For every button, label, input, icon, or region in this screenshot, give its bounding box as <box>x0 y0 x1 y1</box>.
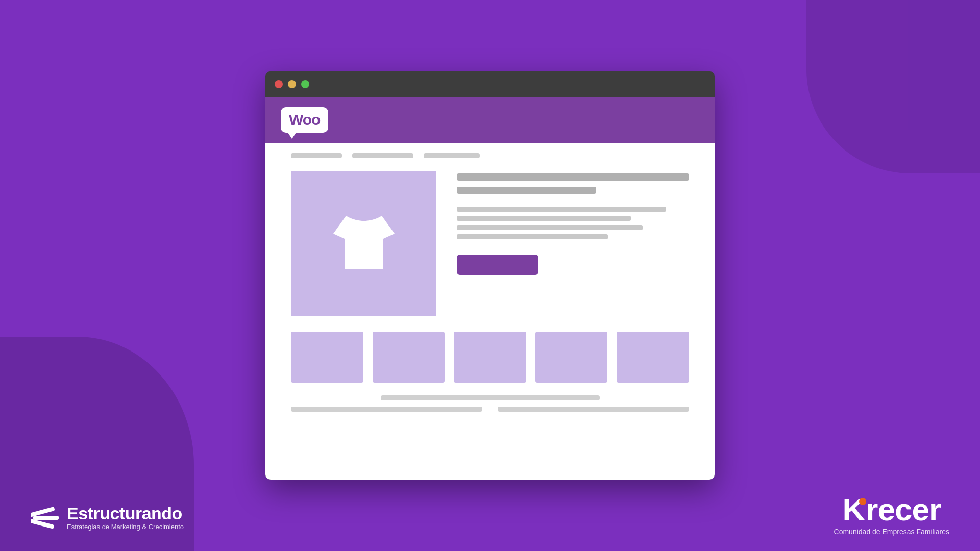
woo-logo-text: Woo <box>289 111 320 128</box>
bg-shape-right <box>806 0 980 173</box>
krecer-k-letter: K <box>843 494 865 525</box>
product-card[interactable] <box>617 332 689 383</box>
nav-item[interactable] <box>352 153 413 158</box>
svg-rect-1 <box>33 516 59 520</box>
nav-bar <box>291 153 689 158</box>
svg-rect-0 <box>31 507 55 517</box>
browser-titlebar <box>265 71 715 97</box>
footer-bar <box>381 395 600 400</box>
product-section <box>291 171 689 316</box>
woo-speech-bubble: Woo <box>281 107 328 133</box>
desc-line <box>457 216 631 221</box>
krecer-rest: recer <box>866 494 941 525</box>
krecer-tagline: Comunidad de Empresas Familiares <box>834 528 949 536</box>
woo-logo: Woo <box>281 107 328 133</box>
product-desc-lines <box>457 207 689 239</box>
browser-window: Woo <box>265 71 715 480</box>
krecer-name: K recer <box>843 494 941 525</box>
estructurando-logo: Estructurando Estrategias de Marketing &… <box>31 504 184 531</box>
product-title-bar <box>457 173 689 181</box>
logo-text-group: Estructurando Estrategias de Marketing &… <box>67 504 184 531</box>
product-image <box>291 171 436 316</box>
footer-col-bar <box>291 407 482 412</box>
traffic-light-green[interactable] <box>301 80 309 88</box>
traffic-light-yellow[interactable] <box>288 80 296 88</box>
estructurando-icon <box>31 506 59 529</box>
traffic-light-red[interactable] <box>275 80 283 88</box>
product-card[interactable] <box>454 332 526 383</box>
nav-item[interactable] <box>291 153 342 158</box>
logo-title: Estructurando <box>67 504 184 523</box>
product-subtitle-bar <box>457 187 596 194</box>
product-card[interactable] <box>535 332 608 383</box>
desc-line <box>457 207 666 212</box>
footer-col-bar <box>498 407 689 412</box>
krecer-logo: K recer Comunidad de Empresas Familiares <box>834 494 949 536</box>
product-card[interactable] <box>291 332 363 383</box>
desc-line <box>457 234 608 239</box>
nav-item[interactable] <box>424 153 480 158</box>
product-card[interactable] <box>373 332 445 383</box>
footer-two-col <box>291 407 689 412</box>
related-products <box>291 332 689 383</box>
desc-line <box>457 225 643 230</box>
tshirt-icon <box>328 211 400 277</box>
svg-rect-2 <box>31 518 55 529</box>
woo-header: Woo <box>265 97 715 143</box>
krecer-dot <box>859 498 866 505</box>
logo-subtitle: Estrategias de Marketing & Crecimiento <box>67 523 184 531</box>
product-details <box>457 171 689 316</box>
website-content <box>265 143 715 480</box>
add-to-cart-button[interactable] <box>457 255 538 275</box>
